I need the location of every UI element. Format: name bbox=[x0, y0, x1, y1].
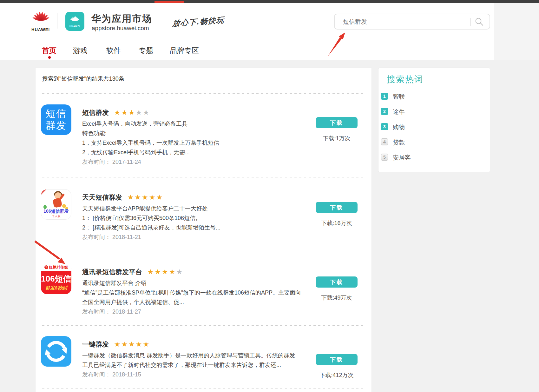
app-desc-line: 2： [精准群发]可选自己通讯录好友，也能新增陌生号... bbox=[82, 223, 311, 232]
app-desc-line: 工具已经满足不了新时代社交的需求了，那现在让一键群发来告诉您，群发还... bbox=[82, 360, 311, 370]
nav-item-software[interactable]: 软件 bbox=[106, 46, 121, 56]
app-icon-redleaf-106[interactable]: ♥ 红枫叶传媒 106短信 群发8秒到 bbox=[41, 264, 71, 294]
result-text: 天天短信群发 ★★★★★ 天天短信群发平台APP能提供给客户二十一大好处 1： … bbox=[82, 193, 311, 242]
download-button[interactable]: 下载 bbox=[316, 276, 358, 288]
publish-date: 发布时间： 2018-11-21 bbox=[82, 232, 311, 242]
dashed-divider bbox=[42, 389, 365, 389]
download-count: 下载:49万次 bbox=[313, 294, 360, 302]
download-button[interactable]: 下载 bbox=[316, 354, 358, 365]
search-results-panel: 搜索到"短信群发"的结果共130条 短信 群发 短信群发 ★★★★★ Excel… bbox=[35, 68, 372, 392]
download-column: 下载 下载:1万次 bbox=[313, 104, 360, 142]
hot-word-shopping[interactable]: 3 购物 bbox=[381, 123, 486, 131]
main-nav: 首页 游戏 软件 专题 品牌专区 bbox=[0, 40, 494, 60]
download-column: 下载 下载:49万次 bbox=[313, 264, 360, 302]
icon-caption-sub: 个人版 bbox=[41, 214, 71, 218]
appstore-bag-icon[interactable]: HUAWEI bbox=[65, 12, 84, 31]
nav-item-topics[interactable]: 专题 bbox=[139, 46, 153, 56]
results-summary: 搜索到"短信群发"的结果共130条 bbox=[42, 75, 124, 83]
app-title[interactable]: 一键群发 bbox=[82, 340, 109, 349]
app-desc-line: Excel导入号码，自动发送，营销必备工具 bbox=[82, 119, 311, 129]
nav-item-home[interactable]: 首页 bbox=[42, 46, 56, 56]
appstore-flower-icon bbox=[70, 15, 80, 23]
publish-date: 发布时间： 2017-11-24 bbox=[82, 157, 311, 167]
dashed-divider bbox=[42, 93, 365, 94]
app-desc-line: 1，支持Excel导入手机号码，一次群发上万条手机短信 bbox=[82, 138, 311, 148]
publish-date: 发布时间： 2018-11-27 bbox=[82, 307, 311, 316]
rank-badge: 3 bbox=[381, 123, 388, 130]
download-count: 下载:412万次 bbox=[313, 371, 360, 379]
result-text: 短信群发 ★★★★★ Excel导入号码，自动发送，营销必备工具 特色功能: 1… bbox=[82, 108, 311, 167]
app-desc-line: 1： [价格便宜]仅需36元可购买500条106短信。 bbox=[82, 213, 311, 223]
download-count: 下载:16万次 bbox=[313, 219, 360, 227]
hot-word-anjuke[interactable]: 5 安居客 bbox=[381, 153, 486, 162]
result-text: 一键群发 ★★★★★ 一键群发（微信群发消息 群发助手）是一款好用的人脉管理与营… bbox=[82, 340, 311, 379]
download-column: 下载 下载:412万次 bbox=[313, 336, 360, 379]
icon-banner-text: 群发8秒到 bbox=[41, 285, 71, 291]
app-desc-line: 2，无线传输Excel手机号码到手机，无需... bbox=[82, 148, 311, 157]
huawei-wordmark: HUAWEI bbox=[31, 27, 50, 32]
download-button[interactable]: 下载 bbox=[316, 202, 358, 213]
result-item-daily-sms[interactable]: 106短信群发 个人版 天天短信群发 ★★★★★ 天天短信群发平台APP能提供给… bbox=[41, 189, 368, 246]
search-divider bbox=[470, 18, 470, 26]
dashed-divider bbox=[42, 325, 365, 326]
icon-main-text: 106短信 bbox=[41, 273, 71, 284]
star-rating: ★★★★★ bbox=[127, 194, 163, 201]
app-desc-line: 天天短信群发平台APP能提供给客户二十一大好处 bbox=[82, 204, 311, 213]
search-input[interactable] bbox=[343, 16, 467, 28]
nav-item-brandzone[interactable]: 品牌专区 bbox=[170, 46, 199, 56]
rank-badge: 5 bbox=[381, 154, 388, 161]
result-item-sms-mass-send[interactable]: 短信 群发 短信群发 ★★★★★ Excel导入号码，自动发送，营销必备工具 特… bbox=[41, 104, 368, 171]
dashed-divider bbox=[42, 252, 365, 252]
huawei-logo[interactable]: HUAWEI bbox=[31, 8, 53, 33]
result-text: 通讯录短信群发平台 ★★★★★ 通讯录短信群发平台 介绍 “通信”是工信部核准S… bbox=[82, 268, 311, 316]
result-item-contacts-sms-platform[interactable]: ♥ 红枫叶传媒 106短信 群发8秒到 通讯录短信群发平台 ★★★★★ 通讯录短… bbox=[41, 264, 368, 321]
icon-corner-ribbon bbox=[41, 189, 46, 195]
app-title[interactable]: 通讯录短信群发平台 bbox=[82, 268, 142, 276]
redleaf-logo-icon: ♥ bbox=[44, 265, 48, 269]
app-desc-line: 全国全网用户提供，个人祝福短信、促... bbox=[82, 297, 311, 307]
app-icon-sync-arrows[interactable] bbox=[41, 336, 71, 367]
result-item-one-key-send[interactable]: 一键群发 ★★★★★ 一键群发（微信群发消息 群发助手）是一款好用的人脉管理与营… bbox=[41, 336, 368, 384]
app-icon-cartoon-106[interactable]: 106短信群发 个人版 bbox=[41, 189, 71, 220]
star-rating: ★★★★★ bbox=[114, 109, 150, 116]
app-title[interactable]: 短信群发 bbox=[82, 108, 109, 117]
rank-badge: 1 bbox=[381, 93, 388, 100]
page-right-margin bbox=[494, 3, 539, 60]
active-nav-dot bbox=[48, 56, 51, 59]
store-domain: appstore.huawei.com bbox=[92, 25, 149, 32]
publish-date: 发布时间： 2018-11-15 bbox=[82, 370, 311, 379]
hot-search-title: 搜索热词 bbox=[387, 74, 424, 85]
app-desc-line: 一键群发（微信群发消息 群发助手）是一款好用的人脉管理与营销工具。传统的群发 bbox=[82, 351, 311, 360]
site-header: HUAWEI HUAWEI 华为应用市场 appstore.huawei.com… bbox=[0, 3, 494, 40]
hot-word-loans[interactable]: 4 贷款 bbox=[381, 138, 486, 147]
app-desc-line: 通讯录短信群发平台 介绍 bbox=[82, 278, 311, 288]
hot-word-zhilian[interactable]: 1 智联 bbox=[381, 92, 486, 101]
download-column: 下载 下载:16万次 bbox=[313, 189, 360, 227]
icon-caption: 106短信群发 bbox=[41, 209, 71, 214]
dashed-divider bbox=[42, 177, 365, 177]
download-button[interactable]: 下载 bbox=[316, 117, 358, 128]
download-count: 下载:1万次 bbox=[313, 135, 360, 142]
header-divider bbox=[57, 13, 57, 29]
app-desc-line: “通信”是工信部核准SP单位“红枫叶传媒”旗下的一款在线群发106短信的APP。… bbox=[82, 288, 311, 297]
header-divider bbox=[166, 18, 166, 29]
star-rating: ★★★★★ bbox=[147, 269, 183, 276]
appstore-icon-word: HUAWEI bbox=[65, 25, 84, 27]
star-rating: ★★★★★ bbox=[114, 341, 150, 348]
browser-top-strip bbox=[0, 0, 539, 3]
rank-badge: 2 bbox=[381, 108, 388, 115]
huawei-flower-icon bbox=[31, 8, 51, 28]
icon-brand-row: ♥ 红枫叶传媒 bbox=[41, 264, 71, 271]
nav-item-games[interactable]: 游戏 bbox=[73, 46, 88, 56]
hot-search-panel: 搜索热词 1 智联 2 途牛 3 购物 4 贷款 5 安居客 bbox=[378, 68, 490, 172]
sync-arrows-icon bbox=[41, 336, 71, 367]
search-box[interactable] bbox=[334, 14, 490, 30]
app-title[interactable]: 天天短信群发 bbox=[82, 193, 122, 202]
search-icon[interactable] bbox=[475, 17, 484, 26]
store-slogan: 放心下.畅快玩 bbox=[172, 14, 239, 29]
rank-badge: 4 bbox=[381, 138, 388, 145]
bag-handle bbox=[71, 9, 79, 15]
app-desc-line: 特色功能: bbox=[82, 129, 311, 138]
hot-word-tuniu[interactable]: 2 途牛 bbox=[381, 107, 486, 116]
app-icon-sms-blue[interactable]: 短信 群发 bbox=[41, 104, 71, 135]
